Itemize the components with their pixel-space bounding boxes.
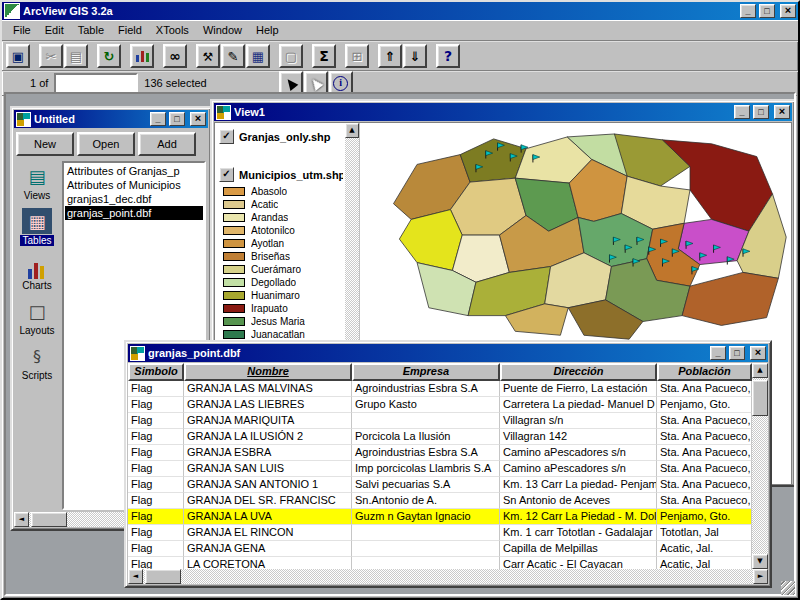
project-document[interactable]: Attributes of Granjas_p bbox=[65, 164, 203, 178]
column-header[interactable]: Población bbox=[657, 363, 752, 381]
find-button[interactable] bbox=[163, 44, 187, 68]
calculate-button[interactable] bbox=[345, 44, 369, 68]
cut-button[interactable] bbox=[39, 44, 63, 68]
scroll-track[interactable] bbox=[752, 378, 768, 554]
column-header[interactable]: Empresa bbox=[352, 363, 500, 381]
sidebar-item-scripts[interactable]: Scripts bbox=[15, 343, 59, 381]
table-cell[interactable]: Carretera La piedad- Manuel D bbox=[500, 397, 657, 413]
table-cell[interactable]: Salvi pecuarias S.A bbox=[352, 477, 500, 493]
project-document[interactable]: granjas1_dec.dbf bbox=[65, 192, 203, 206]
table-cell[interactable]: Flag bbox=[128, 461, 184, 477]
table-row[interactable]: FlagGRANJA LAS MALVINASAgroindustrias Es… bbox=[128, 381, 752, 397]
table-cell[interactable]: Sta. Ana Pacueco, P bbox=[657, 381, 752, 397]
project-document[interactable]: Attributes of Municipios bbox=[65, 178, 203, 192]
table-cell[interactable]: GRANJA DEL SR. FRANCISC bbox=[184, 493, 352, 509]
project-document[interactable]: granjas_point.dbf bbox=[65, 206, 203, 220]
table-window[interactable]: granjas_point.dbf SimboloNombreEmpresaDi… bbox=[124, 340, 772, 588]
table-cell[interactable] bbox=[352, 413, 500, 429]
save-button[interactable] bbox=[6, 44, 30, 68]
menu-item-table[interactable]: Table bbox=[71, 21, 111, 39]
table-cell[interactable]: GRANJA ESBRA bbox=[184, 445, 352, 461]
table-cell[interactable]: Penjamo, Gto. bbox=[657, 397, 752, 413]
sidebar-item-tables[interactable]: Tables bbox=[15, 208, 59, 246]
scroll-track[interactable] bbox=[143, 569, 753, 584]
sidebar-item-charts[interactable]: Charts bbox=[15, 253, 59, 291]
layer-row[interactable]: ✓Granjas_only.shp bbox=[219, 129, 343, 144]
table-cell[interactable]: Grupo Kasto bbox=[352, 397, 500, 413]
sidebar-item-views[interactable]: Views bbox=[15, 163, 59, 201]
table-cell[interactable]: GRANJA SAN LUIS bbox=[184, 461, 352, 477]
app-close-button[interactable] bbox=[780, 4, 796, 18]
table-cell[interactable]: Flag bbox=[128, 429, 184, 445]
table-cell[interactable]: Km. 13 Carr La piedad- Penjam bbox=[500, 477, 657, 493]
table-row[interactable]: FlagGRANJA SAN LUISImp porcicolas Llambr… bbox=[128, 461, 752, 477]
table-cell[interactable]: Sta. Ana Pacueco, P bbox=[657, 461, 752, 477]
table-cell[interactable]: Puente de Fierro, La estación bbox=[500, 381, 657, 397]
table-cell[interactable]: Flag bbox=[128, 397, 184, 413]
record-edit-box[interactable] bbox=[54, 73, 138, 94]
scroll-left-icon[interactable]: ◄ bbox=[128, 569, 143, 584]
table-cell[interactable]: GRANJA GENA bbox=[184, 541, 352, 557]
new-button[interactable]: New bbox=[16, 132, 74, 156]
app-minimize-button[interactable] bbox=[740, 4, 756, 18]
table-cell[interactable]: Camino aPescadores s/n bbox=[500, 445, 657, 461]
table-cell[interactable]: Villagran s/n bbox=[500, 413, 657, 429]
table-cell[interactable]: GRANJA LAS LIEBRES bbox=[184, 397, 352, 413]
view-minimize-button[interactable] bbox=[734, 105, 750, 119]
table-cell[interactable]: Flag bbox=[128, 445, 184, 461]
table-cell[interactable]: Porcicola La Ilusión bbox=[352, 429, 500, 445]
scroll-thumb[interactable] bbox=[31, 512, 67, 527]
add-button[interactable]: Add bbox=[138, 132, 196, 156]
menu-item-xtools[interactable]: XTools bbox=[149, 21, 196, 39]
resize-grip[interactable] bbox=[781, 581, 795, 595]
layer-row[interactable]: ✓Municipios_utm.shp bbox=[219, 167, 343, 182]
layer-checkbox[interactable]: ✓ bbox=[219, 167, 234, 182]
table-cell[interactable]: GRANJA MARIQUITA bbox=[184, 413, 352, 429]
table-row[interactable]: FlagLA CORETONACarr Acatic - El CayacanA… bbox=[128, 557, 752, 569]
view-titlebar[interactable]: View1 bbox=[214, 103, 792, 121]
layer-checkbox[interactable]: ✓ bbox=[219, 129, 234, 144]
project-minimize-button[interactable] bbox=[150, 112, 166, 126]
table-row[interactable]: FlagGRANJA SAN ANTONIO 1Salvi pecuarias … bbox=[128, 477, 752, 493]
table-maximize-button[interactable] bbox=[729, 346, 745, 360]
table-cell[interactable]: Penjamo, Gto. bbox=[657, 509, 752, 525]
scroll-thumb[interactable] bbox=[145, 569, 181, 584]
paste-button[interactable] bbox=[64, 44, 88, 68]
table-cell[interactable]: Flag bbox=[128, 509, 184, 525]
table-cell[interactable]: Sn Antonio de Aceves bbox=[500, 493, 657, 509]
sort-descending-button[interactable] bbox=[403, 44, 427, 68]
table-row[interactable]: FlagGRANJA ESBRAAgroindustrias Esbra S.A… bbox=[128, 445, 752, 461]
menu-item-window[interactable]: Window bbox=[196, 21, 249, 39]
table-cell[interactable]: GRANJA LA ILUSIÓN 2 bbox=[184, 429, 352, 445]
scroll-up-icon[interactable]: ▲ bbox=[752, 363, 768, 378]
table-cell[interactable] bbox=[352, 525, 500, 541]
tools-button[interactable] bbox=[196, 44, 220, 68]
table-horizontal-scrollbar[interactable]: ◄ ► bbox=[128, 569, 768, 584]
table-cell[interactable]: LA CORETONA bbox=[184, 557, 352, 569]
table-cell[interactable]: Flag bbox=[128, 557, 184, 569]
table-cell[interactable]: Capilla de Melpillas bbox=[500, 541, 657, 557]
table-cell[interactable]: Flag bbox=[128, 413, 184, 429]
column-header[interactable]: Simbolo bbox=[128, 363, 184, 381]
app-maximize-button[interactable] bbox=[759, 4, 775, 18]
table-cell[interactable]: GRANJA SAN ANTONIO 1 bbox=[184, 477, 352, 493]
municipality-polygon[interactable] bbox=[682, 272, 778, 325]
table-row[interactable]: FlagGRANJA GENACapilla de MelpillasAcati… bbox=[128, 541, 752, 557]
project-titlebar[interactable]: Untitled bbox=[14, 110, 208, 128]
scroll-left-icon[interactable]: ◄ bbox=[14, 512, 29, 527]
table-row[interactable]: FlagGRANJA LAS LIEBRESGrupo KastoCarrete… bbox=[128, 397, 752, 413]
summarize-button[interactable] bbox=[312, 44, 336, 68]
table-cell[interactable]: GRANJA LAS MALVINAS bbox=[184, 381, 352, 397]
edit-button[interactable] bbox=[221, 44, 245, 68]
scroll-thumb[interactable] bbox=[752, 380, 768, 416]
table-row[interactable]: FlagGRANJA LA ILUSIÓN 2Porcicola La Ilus… bbox=[128, 429, 752, 445]
table-cell[interactable]: Agroindustrias Esbra S.A bbox=[352, 445, 500, 461]
table-cell[interactable] bbox=[352, 557, 500, 569]
table-close-button[interactable] bbox=[750, 346, 766, 360]
menu-item-field[interactable]: Field bbox=[111, 21, 149, 39]
table-cell[interactable]: Acatic, Jal. bbox=[657, 541, 752, 557]
table-cell[interactable]: Sta. Ana Pacueco, P bbox=[657, 493, 752, 509]
table-cell[interactable]: Sta. Ana Pacueco, P bbox=[657, 429, 752, 445]
table-cell[interactable]: Villagran 142 bbox=[500, 429, 657, 445]
project-maximize-button[interactable] bbox=[169, 112, 185, 126]
